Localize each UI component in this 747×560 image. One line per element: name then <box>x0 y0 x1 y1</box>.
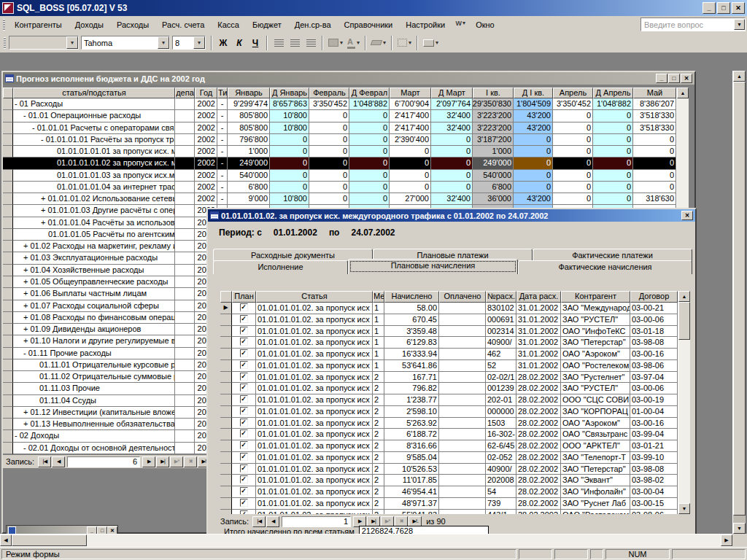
budget-table-row[interactable]: - 01.01 Операционные расходы2002-805'800… <box>3 110 676 122</box>
next-record-button[interactable]: ▶ <box>142 456 155 467</box>
menu-item-9[interactable]: Окно <box>469 18 501 32</box>
row-selector[interactable] <box>3 158 13 169</box>
row-selector[interactable] <box>220 429 232 440</box>
detail-table-row[interactable]: ✓01.01.01.01.02. за пропуск исх1670.4500… <box>220 314 678 326</box>
bold-button[interactable]: Ж <box>215 36 231 50</box>
row-selector[interactable] <box>220 406 232 418</box>
budget-table-row[interactable]: 01.01.01.01.02 за пропуск исх. ме2002-24… <box>3 158 676 169</box>
font-name-combo[interactable]: Tahoma ▾ <box>81 36 170 50</box>
detail-column-header[interactable]: Оплачено <box>439 291 486 303</box>
detail-column-header[interactable]: №расх. <box>486 291 516 303</box>
detail-column-header[interactable]: Ме <box>373 291 384 303</box>
vertical-scrollbar[interactable]: ▲ ▼ <box>732 71 746 534</box>
row-selector[interactable] <box>3 170 13 182</box>
menu-item-5[interactable]: Бюджет <box>246 18 288 32</box>
budget-table-row[interactable]: - 01.01.01.01 Расчёты за пропуск тра2002… <box>3 134 676 146</box>
row-selector[interactable] <box>3 241 13 252</box>
budget-column-header[interactable]: Апрель <box>553 88 593 98</box>
budget-table-row[interactable]: 01.01.01.01.01 за пропуск исх. ме2002-1'… <box>3 146 676 158</box>
checkbox-checked-icon[interactable]: ✓ <box>240 429 248 438</box>
cancel-icon[interactable]: ✖ <box>184 456 197 467</box>
menu-item-6[interactable]: Ден.ср-ва <box>288 18 338 32</box>
row-selector[interactable] <box>3 300 13 312</box>
detail-table-row[interactable]: ✓01.01.01.01.02. за пропуск исх211'017.8… <box>220 475 678 486</box>
row-selector[interactable] <box>3 324 13 335</box>
close-button[interactable]: ✕ <box>732 2 745 14</box>
menu-item-8[interactable]: Настройки <box>399 18 452 32</box>
checkbox-checked-icon[interactable]: ✓ <box>240 475 248 483</box>
row-selector[interactable] <box>3 348 13 359</box>
checkbox-checked-icon[interactable]: ✓ <box>240 441 248 449</box>
minimize-button[interactable]: _ <box>703 2 716 14</box>
detail-table-row[interactable]: ✓01.01.01.01.02. за пропуск исх2796.8200… <box>220 383 678 394</box>
row-selector[interactable] <box>220 475 232 486</box>
detail-column-header[interactable]: Контрагент <box>561 291 630 303</box>
detail-table-row[interactable]: ✓01.01.01.01.02. за пропуск исх153'641.8… <box>220 360 678 372</box>
chevron-down-icon[interactable]: ▾ <box>734 19 745 30</box>
font-size-combo[interactable]: 8 ▾ <box>172 36 206 50</box>
menu-grip[interactable] <box>3 19 5 31</box>
budget-table-row[interactable]: 01.01.01.01.04 за интернет трафи2002-6'8… <box>3 182 676 193</box>
checkbox-checked-icon[interactable]: ✓ <box>240 373 248 381</box>
row-selector[interactable] <box>3 205 13 217</box>
row-selector[interactable] <box>3 265 13 276</box>
scroll-left-icon[interactable]: ◀ <box>0 534 12 546</box>
detail-table-row[interactable]: ✓01.01.01.01.02. за пропуск исх248'971.3… <box>220 498 678 510</box>
row-selector[interactable] <box>220 383 232 394</box>
detail-column-header[interactable]: Начислено <box>384 291 439 303</box>
checkbox-checked-icon[interactable]: ✓ <box>240 384 248 392</box>
last-record-button[interactable]: ▶| <box>156 456 169 467</box>
row-selector[interactable] <box>3 122 13 134</box>
budget-table-row[interactable]: - 01.01.01 Расчеты с операторами связи20… <box>3 122 676 134</box>
record-number-field[interactable]: 6 <box>67 456 140 467</box>
row-selector[interactable] <box>3 383 13 394</box>
detail-column-header[interactable]: Договор <box>630 291 678 303</box>
menu-item-3[interactable]: Расч. счета <box>155 18 211 32</box>
row-selector[interactable] <box>3 229 13 241</box>
first-record-button[interactable]: |◀ <box>38 456 51 467</box>
detail-table-row[interactable]: ▶✓01.01.01.01.02. за пропуск исх158.0083… <box>220 303 678 314</box>
budget-table-row[interactable]: - 01 Расходы2002-9'299'4748'657'8633'350… <box>3 98 676 110</box>
close-button[interactable]: ✕ <box>681 74 692 83</box>
row-selector[interactable] <box>220 464 232 475</box>
align-right-button[interactable] <box>303 36 319 50</box>
row-selector[interactable] <box>3 371 13 383</box>
special-effect-button[interactable]: ▾ <box>421 36 441 50</box>
checkbox-checked-icon[interactable]: ✓ <box>240 487 248 495</box>
checkbox-checked-icon[interactable]: ✓ <box>240 338 248 346</box>
italic-button[interactable]: К <box>231 36 247 50</box>
scrollbar-thumb[interactable] <box>12 534 87 546</box>
row-selector[interactable] <box>220 440 232 452</box>
row-selector[interactable] <box>3 110 13 122</box>
row-selector[interactable] <box>220 372 232 384</box>
checkbox-checked-icon[interactable]: ✓ <box>240 419 248 427</box>
budget-column-header[interactable]: Январь <box>228 88 270 98</box>
toolbar-grip[interactable] <box>4 37 6 49</box>
budget-column-header[interactable]: Д Январь <box>270 88 309 98</box>
checkbox-checked-icon[interactable]: ✓ <box>240 349 248 357</box>
detail-table-row[interactable]: ✓01.01.01.01.02. за пропуск исх25'263.92… <box>220 418 678 429</box>
detail-table-row[interactable]: ✓01.01.01.01.02. за пропуск исх28'316.66… <box>220 440 678 452</box>
budget-column-header[interactable]: Д Март <box>431 88 473 98</box>
checkbox-checked-icon[interactable]: ✓ <box>240 303 248 311</box>
detail-table-scrollbar[interactable]: ▲ ▼ <box>678 291 690 514</box>
detail-table-row[interactable]: ✓01.01.01.01.02. за пропуск исх26'188.72… <box>220 429 678 440</box>
row-selector[interactable] <box>3 395 13 407</box>
chevron-down-icon[interactable]: ▾ <box>66 36 78 49</box>
align-left-button[interactable] <box>271 36 287 50</box>
detail-table-row[interactable]: ✓01.01.01.01.02. за пропуск исх13'359.48… <box>220 326 678 338</box>
scrollbar-thumb[interactable] <box>678 302 690 340</box>
detail-table-row[interactable]: ✓01.01.01.01.02. за пропуск исх210'526.5… <box>220 464 678 475</box>
scroll-up-icon[interactable]: ▲ <box>678 291 690 302</box>
row-selector[interactable] <box>220 349 232 360</box>
row-selector[interactable] <box>220 360 232 372</box>
checkbox-checked-icon[interactable]: ✓ <box>240 315 248 323</box>
budget-table-row[interactable]: 01.01.01.01.03 за пропуск исх.ме2002-540… <box>3 170 676 182</box>
detail-table-row[interactable]: ✓01.01.01.01.02. за пропуск исх2167.7102… <box>220 372 678 384</box>
detail-table-row[interactable]: ✓01.01.01.01.02. за пропуск исх246'954.4… <box>220 486 678 498</box>
detail-table-row[interactable]: ✓01.01.01.01.02. за пропуск исх22'598.10… <box>220 406 678 418</box>
tab-actual-accruals[interactable]: Фактические начисления <box>518 260 692 274</box>
scroll-right-icon[interactable]: ▶ <box>721 534 732 546</box>
word-publish-icon[interactable]: W▾ <box>453 18 468 29</box>
budget-table-row[interactable]: + 01.01.01.02 Использование сетевы2002-9… <box>3 193 676 205</box>
